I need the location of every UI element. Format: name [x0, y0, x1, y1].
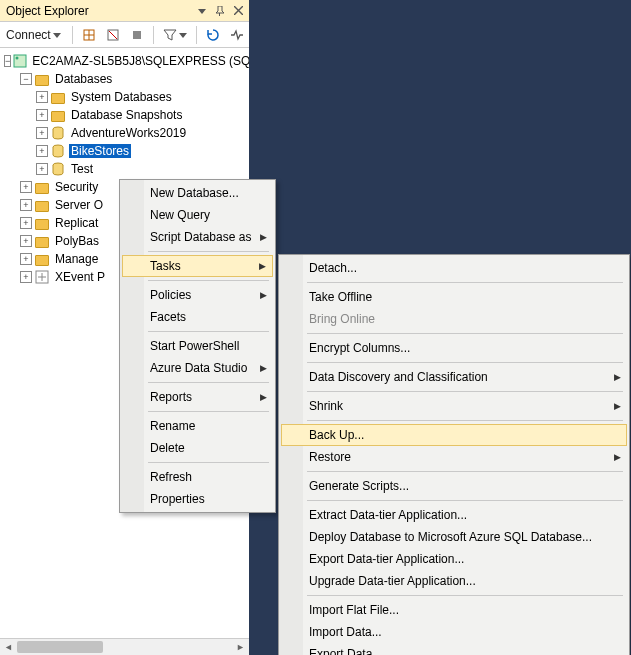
folder-icon [34, 233, 50, 249]
collapse-icon[interactable]: − [4, 55, 11, 67]
menu-item-shrink[interactable]: Shrink▶ [281, 395, 627, 417]
node-label: Databases [53, 72, 114, 86]
menu-item-data-discovery[interactable]: Data Discovery and Classification▶ [281, 366, 627, 388]
folder-icon [50, 89, 66, 105]
server-node[interactable]: − EC2AMAZ-SL5B5J8\SQLEXPRESS (SQL S [4, 52, 249, 70]
filter-icon[interactable] [159, 26, 191, 44]
node-label: AdventureWorks2019 [69, 126, 188, 140]
activity-icon[interactable] [226, 26, 248, 44]
menu-separator [307, 500, 623, 501]
test-node[interactable]: + Test [4, 160, 249, 178]
menu-item-rename[interactable]: Rename [122, 415, 273, 437]
toolbar-separator [72, 26, 73, 44]
menu-item-script-database[interactable]: Script Database as▶ [122, 226, 273, 248]
expand-icon[interactable]: + [20, 199, 32, 211]
menu-item-facets[interactable]: Facets [122, 306, 273, 328]
database-icon [50, 125, 66, 141]
expand-icon[interactable]: + [20, 181, 32, 193]
scroll-thumb[interactable] [17, 641, 103, 653]
svg-rect-3 [14, 55, 26, 67]
menu-separator [307, 420, 623, 421]
menu-item-tasks[interactable]: Tasks▶ [122, 255, 273, 277]
menu-item-restore[interactable]: Restore▶ [281, 446, 627, 468]
menu-item-policies[interactable]: Policies▶ [122, 284, 273, 306]
expand-icon[interactable]: + [20, 271, 32, 283]
expand-icon[interactable]: + [20, 235, 32, 247]
folder-icon [34, 251, 50, 267]
expand-icon[interactable]: + [36, 163, 48, 175]
svg-rect-8 [36, 271, 48, 283]
disconnect-icon[interactable] [102, 26, 124, 44]
folder-icon [50, 107, 66, 123]
svg-rect-1 [108, 30, 118, 40]
expand-icon[interactable]: + [20, 217, 32, 229]
system-databases-node[interactable]: + System Databases [4, 88, 249, 106]
close-icon[interactable] [229, 2, 247, 20]
node-label: Test [69, 162, 95, 176]
dropdown-icon[interactable] [193, 2, 211, 20]
menu-item-backup[interactable]: Back Up... [281, 424, 627, 446]
server-icon [13, 53, 27, 69]
pin-icon[interactable] [211, 2, 229, 20]
menu-separator [307, 595, 623, 596]
toolbar: Connect [0, 22, 249, 48]
menu-separator [307, 282, 623, 283]
toolbar-separator [196, 26, 197, 44]
menu-separator [148, 462, 269, 463]
collapse-icon[interactable]: − [20, 73, 32, 85]
expand-icon[interactable]: + [36, 127, 48, 139]
svg-point-5 [53, 127, 63, 131]
menu-item-properties[interactable]: Properties [122, 488, 273, 510]
svg-point-7 [53, 163, 63, 167]
menu-item-new-query[interactable]: New Query [122, 204, 273, 226]
menu-item-upgrade-dt[interactable]: Upgrade Data-tier Application... [281, 570, 627, 592]
menu-item-bring-online: Bring Online [281, 308, 627, 330]
menu-item-detach[interactable]: Detach... [281, 257, 627, 279]
node-label: Security [53, 180, 100, 194]
expand-icon[interactable]: + [36, 145, 48, 157]
menu-item-import-flat[interactable]: Import Flat File... [281, 599, 627, 621]
menu-item-generate-scripts[interactable]: Generate Scripts... [281, 475, 627, 497]
menu-separator [148, 280, 269, 281]
menu-item-delete[interactable]: Delete [122, 437, 273, 459]
tasks-submenu: Detach... Take Offline Bring Online Encr… [278, 254, 630, 655]
folder-icon [34, 179, 50, 195]
menu-item-refresh[interactable]: Refresh [122, 466, 273, 488]
expand-icon[interactable]: + [36, 109, 48, 121]
menu-item-powershell[interactable]: Start PowerShell [122, 335, 273, 357]
folder-icon [34, 197, 50, 213]
databases-node[interactable]: − Databases [4, 70, 249, 88]
menu-item-import-data[interactable]: Import Data... [281, 621, 627, 643]
folder-icon [34, 71, 50, 87]
expand-icon[interactable]: + [20, 253, 32, 265]
scroll-track[interactable] [17, 639, 232, 655]
menu-item-deploy-azure[interactable]: Deploy Database to Microsoft Azure SQL D… [281, 526, 627, 548]
db-snapshots-node[interactable]: + Database Snapshots [4, 106, 249, 124]
svg-point-6 [53, 145, 63, 149]
menu-item-extract-dt[interactable]: Extract Data-tier Application... [281, 504, 627, 526]
expand-icon[interactable]: + [36, 91, 48, 103]
menu-separator [148, 382, 269, 383]
menu-item-export-dt[interactable]: Export Data-tier Application... [281, 548, 627, 570]
refresh-icon[interactable] [202, 26, 224, 44]
scroll-left-icon[interactable]: ◄ [0, 639, 17, 655]
toolbar-separator [153, 26, 154, 44]
connect-object-icon[interactable] [78, 26, 100, 44]
menu-separator [307, 362, 623, 363]
menu-item-reports[interactable]: Reports▶ [122, 386, 273, 408]
menu-item-encrypt[interactable]: Encrypt Columns... [281, 337, 627, 359]
adventureworks-node[interactable]: + AdventureWorks2019 [4, 124, 249, 142]
submenu-arrow-icon: ▶ [260, 392, 267, 402]
menu-item-new-database[interactable]: New Database... [122, 182, 273, 204]
horizontal-scrollbar[interactable]: ◄ ► [0, 638, 249, 655]
bikestores-node[interactable]: + BikeStores [4, 142, 249, 160]
menu-item-azure-data-studio[interactable]: Azure Data Studio▶ [122, 357, 273, 379]
menu-item-take-offline[interactable]: Take Offline [281, 286, 627, 308]
node-label: EC2AMAZ-SL5B5J8\SQLEXPRESS (SQL S [30, 54, 249, 68]
panel-header: Object Explorer [0, 0, 249, 22]
folder-icon [34, 215, 50, 231]
connect-button[interactable]: Connect [0, 26, 67, 44]
scroll-right-icon[interactable]: ► [232, 639, 249, 655]
menu-item-export-data[interactable]: Export Data... [281, 643, 627, 655]
stop-icon[interactable] [126, 26, 148, 44]
